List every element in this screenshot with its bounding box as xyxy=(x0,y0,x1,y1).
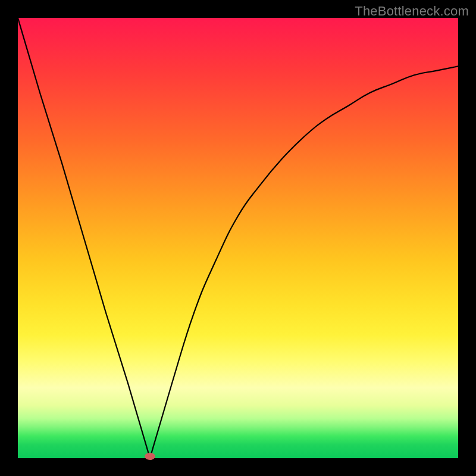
plot-area xyxy=(18,18,458,458)
optimal-point-marker xyxy=(145,453,155,460)
chart-stage: TheBottleneck.com xyxy=(0,0,476,476)
bottleneck-curve xyxy=(18,18,458,458)
attribution-label: TheBottleneck.com xyxy=(355,4,469,19)
curve-layer xyxy=(18,18,458,458)
